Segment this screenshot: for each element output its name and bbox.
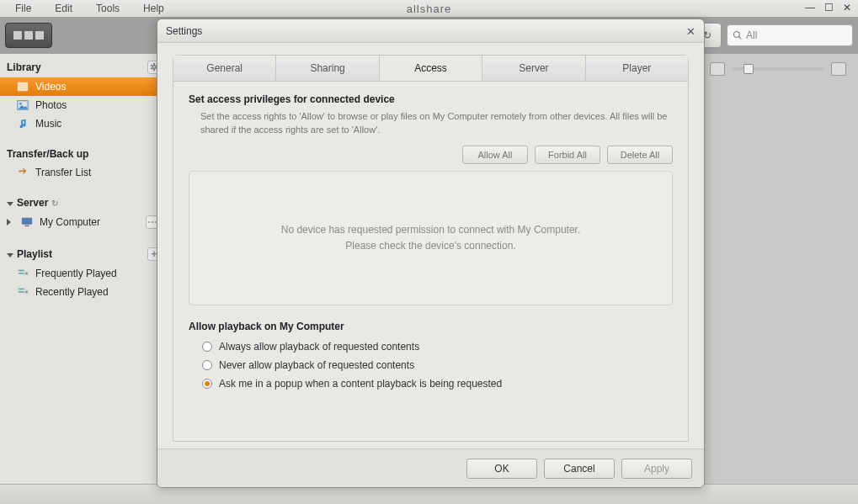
access-panel: Set access privileges for connected devi… <box>173 82 689 442</box>
radio-always-allow-label: Always allow playback of requested conte… <box>219 341 419 353</box>
tab-player[interactable]: Player <box>586 56 688 81</box>
access-heading: Set access privileges for connected devi… <box>189 93 673 105</box>
close-icon[interactable]: ✕ <box>684 24 697 38</box>
cancel-button[interactable]: Cancel <box>544 459 615 479</box>
radio-never-allow[interactable]: Never allow playback of requested conten… <box>202 359 673 371</box>
dialog-footer: OK Cancel Apply <box>157 448 704 487</box>
dialog-mask: Settings ✕ General Sharing Access Server… <box>0 0 858 504</box>
tab-general[interactable]: General <box>173 56 276 81</box>
dialog-titlebar: Settings ✕ <box>157 19 704 43</box>
access-description: Set the access rights to 'Allow' to brow… <box>200 110 673 137</box>
tab-sharing[interactable]: Sharing <box>276 56 379 81</box>
device-list-empty: No device has requested permission to co… <box>189 171 673 305</box>
radio-ask-popup[interactable]: Ask me in a popup when a content playbac… <box>202 378 673 390</box>
settings-tabs: General Sharing Access Server Player <box>173 55 689 82</box>
settings-dialog: Settings ✕ General Sharing Access Server… <box>157 19 705 488</box>
dialog-title: Settings <box>166 25 202 37</box>
radio-icon <box>202 342 212 352</box>
radio-never-allow-label: Never allow playback of requested conten… <box>219 359 414 371</box>
empty-line2: Please check the device's connection. <box>281 238 581 254</box>
tab-access[interactable]: Access <box>380 56 482 81</box>
radio-always-allow[interactable]: Always allow playback of requested conte… <box>202 341 673 353</box>
radio-icon <box>202 379 212 389</box>
ok-button[interactable]: OK <box>466 459 537 479</box>
empty-line1: No device has requested permission to co… <box>281 222 581 238</box>
forbid-all-button[interactable]: Forbid All <box>535 146 600 164</box>
allow-all-button[interactable]: Allow All <box>462 146 528 164</box>
playback-heading: Allow playback on My Computer <box>189 321 673 332</box>
delete-all-button[interactable]: Delete All <box>607 146 673 164</box>
tab-server[interactable]: Server <box>482 56 585 81</box>
apply-button[interactable]: Apply <box>621 459 692 479</box>
radio-icon <box>202 360 212 370</box>
radio-ask-popup-label: Ask me in a popup when a content playbac… <box>219 378 502 390</box>
